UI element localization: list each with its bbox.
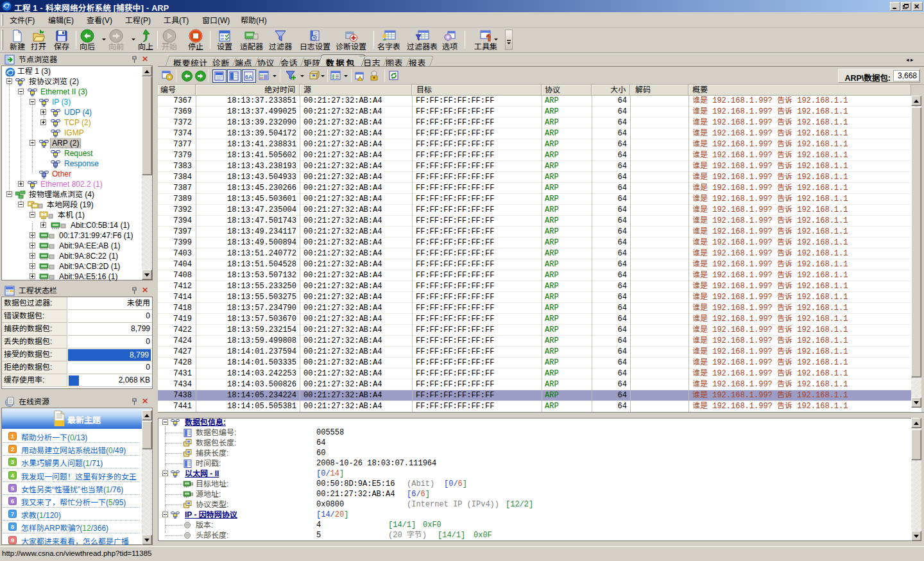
svg-text:6A: 6A — [245, 74, 253, 80]
